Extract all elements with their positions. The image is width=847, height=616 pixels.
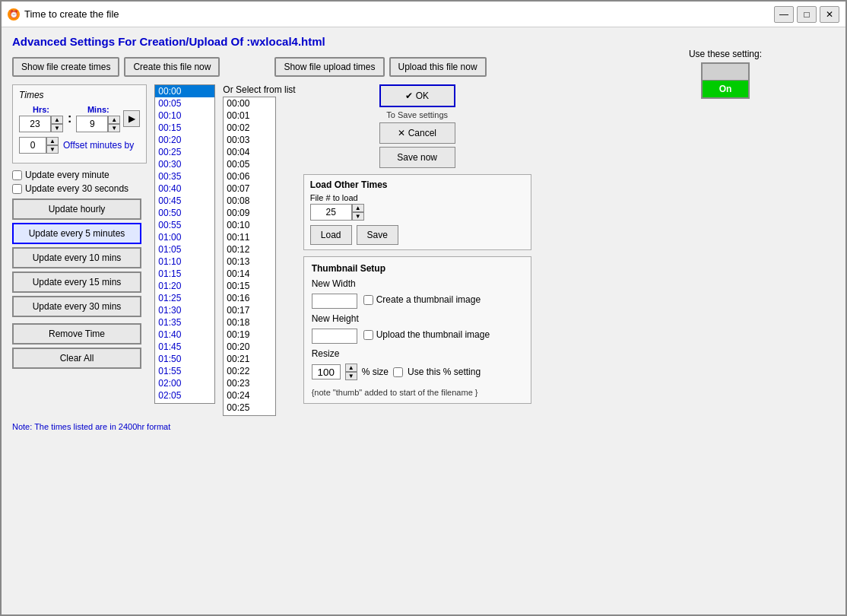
select-list-item[interactable]: 00:12 <box>224 243 275 256</box>
time-list-item[interactable]: 01:10 <box>155 256 214 268</box>
mins-label: Mins: <box>87 105 109 114</box>
select-list-item[interactable]: 00:14 <box>224 268 275 280</box>
time-list-item[interactable]: 01:00 <box>155 231 214 243</box>
select-list-item[interactable]: 00:19 <box>224 329 275 341</box>
time-list-item[interactable]: 00:35 <box>155 170 214 183</box>
time-list-item[interactable]: 00:10 <box>155 110 214 122</box>
time-list-item[interactable]: 00:25 <box>155 146 214 158</box>
time-list-item[interactable]: 02:10 <box>155 402 214 404</box>
add-time-arrow-button[interactable]: ▶ <box>123 110 140 127</box>
time-list-item[interactable]: 00:50 <box>155 207 214 219</box>
clear-all-button[interactable]: Clear All <box>12 348 141 369</box>
time-list-item[interactable]: 01:15 <box>155 268 214 280</box>
new-width-input[interactable] <box>312 294 357 309</box>
cancel-button[interactable]: ✕ Cancel <box>379 122 455 144</box>
offset-input[interactable] <box>19 137 46 154</box>
pct-input[interactable] <box>312 364 341 379</box>
maximize-button[interactable]: □ <box>797 6 817 23</box>
upload-now-button[interactable]: Upload this file now <box>389 57 487 77</box>
time-list-item[interactable]: 00:20 <box>155 134 214 146</box>
time-list-item[interactable]: 00:00 <box>155 85 214 97</box>
time-list-item[interactable]: 01:40 <box>155 329 214 341</box>
select-list-item[interactable]: 00:20 <box>224 341 275 353</box>
mins-up-button[interactable]: ▲ <box>108 116 120 124</box>
time-list-item[interactable]: 00:05 <box>155 97 214 110</box>
save-button[interactable]: Save <box>357 225 398 245</box>
pct-down-button[interactable]: ▼ <box>345 372 357 380</box>
select-list-item[interactable]: 00:05 <box>224 158 275 170</box>
select-list-item[interactable]: 00:23 <box>224 377 275 389</box>
minimize-button[interactable]: — <box>774 6 794 23</box>
time-list-item[interactable]: 01:30 <box>155 304 214 316</box>
select-list-item[interactable]: 00:24 <box>224 389 275 402</box>
select-list-item[interactable]: 00:02 <box>224 122 275 134</box>
file-num-input[interactable] <box>310 204 352 221</box>
hrs-up-button[interactable]: ▲ <box>51 116 63 124</box>
select-list-item[interactable]: 00:08 <box>224 195 275 207</box>
every-30sec-checkbox[interactable] <box>12 184 22 194</box>
offset-up-button[interactable]: ▲ <box>46 137 59 145</box>
time-list-item[interactable]: 00:40 <box>155 183 214 195</box>
time-list-item[interactable]: 01:20 <box>155 280 214 292</box>
time-list-item[interactable]: 02:00 <box>155 377 214 389</box>
new-height-input[interactable] <box>312 329 357 344</box>
hrs-spinner: Hrs: ▲ ▼ <box>19 105 63 132</box>
every-minute-checkbox[interactable] <box>12 170 22 180</box>
use-pct-checkbox[interactable] <box>393 367 403 377</box>
time-list-item[interactable]: 00:30 <box>155 158 214 170</box>
select-listbox[interactable]: 00:0000:0100:0200:0300:0400:0500:0600:07… <box>223 97 276 416</box>
select-list-item[interactable]: 00:09 <box>224 207 275 219</box>
update-15min-button[interactable]: Update every 15 mins <box>12 271 141 293</box>
update-10min-button[interactable]: Update every 10 mins <box>12 247 141 268</box>
select-list-item[interactable]: 00:10 <box>224 219 275 231</box>
time-list-item[interactable]: 01:35 <box>155 316 214 329</box>
select-list-item[interactable]: 00:25 <box>224 402 275 414</box>
select-list-item[interactable]: 00:11 <box>224 231 275 243</box>
offset-down-button[interactable]: ▼ <box>46 145 59 154</box>
select-list-item[interactable]: 00:07 <box>224 183 275 195</box>
show-create-times-button[interactable]: Show file create times <box>12 57 119 77</box>
file-num-up-button[interactable]: ▲ <box>352 204 364 212</box>
hrs-input[interactable] <box>19 116 51 132</box>
time-list-item[interactable]: 01:25 <box>155 292 214 304</box>
show-upload-times-button[interactable]: Show file upload times <box>274 57 384 77</box>
select-list-item[interactable]: 00:18 <box>224 316 275 329</box>
mins-down-button[interactable]: ▼ <box>108 124 120 132</box>
time-list-item[interactable]: 01:05 <box>155 243 214 256</box>
time-listbox[interactable]: 00:0000:0500:1000:1500:2000:2500:3000:35… <box>154 84 215 404</box>
select-list-item[interactable]: 00:01 <box>224 110 275 122</box>
select-list-item[interactable]: 00:16 <box>224 292 275 304</box>
time-list-item[interactable]: 00:55 <box>155 219 214 231</box>
time-list-item[interactable]: 01:55 <box>155 365 214 377</box>
pct-up-button[interactable]: ▲ <box>345 364 357 372</box>
upload-thumbnail-checkbox[interactable] <box>363 330 373 340</box>
select-list-item[interactable]: 00:15 <box>224 280 275 292</box>
select-list-item[interactable]: 00:22 <box>224 365 275 377</box>
update-hourly-button[interactable]: Update hourly <box>12 198 141 220</box>
save-now-button[interactable]: Save now <box>379 147 455 168</box>
update-30min-button[interactable]: Update every 30 mins <box>12 296 141 317</box>
select-list-item[interactable]: 00:13 <box>224 256 275 268</box>
create-thumbnail-checkbox[interactable] <box>363 295 373 305</box>
update-5min-button[interactable]: Update every 5 minutes <box>12 223 141 244</box>
file-num-down-button[interactable]: ▼ <box>352 212 364 221</box>
select-list-item[interactable]: 00:17 <box>224 304 275 316</box>
time-list-item[interactable]: 01:50 <box>155 353 214 365</box>
time-list-item[interactable]: 00:45 <box>155 195 214 207</box>
time-list-item[interactable]: 02:05 <box>155 389 214 402</box>
close-button[interactable]: ✕ <box>820 6 839 23</box>
select-list-item[interactable]: 00:21 <box>224 353 275 365</box>
use-settings-toggle[interactable]: On <box>701 62 750 99</box>
time-list-item[interactable]: 01:45 <box>155 341 214 353</box>
create-now-button[interactable]: Create this file now <box>124 57 220 77</box>
ok-button[interactable]: ✔ OK <box>379 84 455 107</box>
select-list-item[interactable]: 00:04 <box>224 146 275 158</box>
remove-time-button[interactable]: Remove Time <box>12 323 141 345</box>
select-list-item[interactable]: 00:06 <box>224 170 275 183</box>
select-list-item[interactable]: 00:00 <box>224 97 275 110</box>
time-list-item[interactable]: 00:15 <box>155 122 214 134</box>
load-button[interactable]: Load <box>310 225 352 245</box>
mins-input[interactable] <box>76 116 108 132</box>
select-list-item[interactable]: 00:03 <box>224 134 275 146</box>
hrs-down-button[interactable]: ▼ <box>51 124 63 132</box>
